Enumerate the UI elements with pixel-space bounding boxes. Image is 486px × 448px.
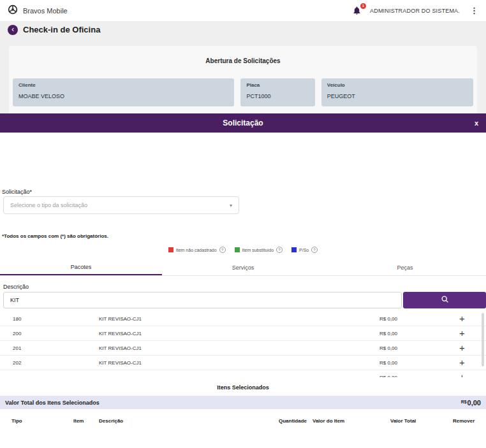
add-item-button[interactable]: +	[459, 371, 465, 377]
col-valor-total: Valor Total	[390, 418, 416, 424]
add-item-button[interactable]: +	[459, 342, 465, 354]
request-opening-card: Abertura de Solicitações Cliente MOABE V…	[9, 46, 477, 113]
green-swatch-icon	[235, 247, 240, 252]
result-value: R$ 0,00	[379, 345, 397, 351]
legend-label: Item substituído	[242, 248, 274, 252]
search-icon	[441, 295, 449, 305]
legend-item-substituido: Item substituído ?	[235, 247, 283, 253]
plus-icon: +	[459, 357, 465, 368]
col-item: Item	[73, 418, 84, 424]
col-remover: Remover	[453, 418, 475, 424]
total-value: R$ 0,00	[461, 399, 481, 407]
page-background: Check-in de Oficina Abertura de Solicita…	[0, 21, 486, 113]
result-code: 200	[13, 331, 21, 336]
search-input[interactable]	[3, 292, 402, 308]
selected-items-title: Itens Selecionados	[0, 384, 486, 391]
required-fields-note: *Todos os campos com (*) são obrigatório…	[2, 233, 108, 239]
request-type-label: Solicitação*	[2, 189, 32, 195]
app-title: Bravos Mobile	[23, 7, 68, 15]
plus-icon: +	[459, 372, 465, 377]
total-amount: 0,00	[468, 399, 481, 407]
solicitacao-modal: Solicitação x Solicitação* Selecione o t…	[0, 113, 486, 448]
cliente-label: Cliente	[18, 82, 228, 88]
veiculo-value: PEUGEOT	[327, 93, 468, 99]
tab-servicos[interactable]: Serviços	[162, 259, 324, 275]
help-icon[interactable]: ?	[311, 247, 318, 253]
blue-swatch-icon	[291, 247, 297, 252]
cliente-value: MOABE VELOSO	[18, 93, 228, 99]
help-icon[interactable]: ?	[219, 247, 226, 253]
search-label: Descrição	[3, 284, 29, 290]
chevron-down-icon: ▾	[230, 203, 232, 208]
result-row: 180 KIT REVISAO-CJ1 R$ 0,00 +	[0, 312, 486, 326]
back-button[interactable]	[8, 25, 18, 35]
legend: Item não cadastrado ? Item substituído ?…	[0, 247, 486, 253]
modal-title: Solicitação	[223, 119, 263, 127]
placa-field: Placa PCT1000	[240, 78, 314, 106]
section-title: Abertura de Solicitações	[13, 57, 473, 64]
add-item-button[interactable]: +	[459, 356, 465, 369]
veiculo-field: Veículo PEUGEOT	[321, 78, 473, 106]
top-app-bar: Bravos Mobile 1 ADMINISTRADOR DO SISTEMA…	[0, 0, 486, 21]
result-row: 201 KIT REVISAO-CJ1 R$ 0,00 +	[0, 341, 486, 356]
legend-label: Item não cadastrado	[176, 248, 217, 252]
veiculo-label: Veículo	[327, 82, 468, 88]
request-type-select[interactable]: Selecione o tipo da solicitação ▾	[3, 196, 239, 214]
legend-item-pso: P/So ?	[291, 247, 318, 253]
result-row: 202 KIT REVISAO-CJ1 R$ 0,00 +	[0, 356, 486, 370]
modal-header: Solicitação x	[0, 113, 486, 133]
red-swatch-icon	[168, 247, 173, 252]
col-quantidade: Quantidade	[279, 418, 307, 424]
result-description: KIT REVISAO-CJ1	[99, 316, 142, 322]
search-button[interactable]	[403, 292, 486, 308]
col-valor-do-item: Valor do Item	[313, 418, 344, 424]
tab-pacotes[interactable]: Pacotes	[0, 259, 162, 275]
tab-pecas[interactable]: Peças	[324, 259, 486, 275]
result-code: 201	[13, 345, 21, 351]
legend-label: P/So	[299, 248, 309, 252]
add-item-button[interactable]: +	[459, 312, 465, 325]
placa-value: PCT1000	[246, 93, 309, 99]
plus-icon: +	[459, 328, 465, 338]
notification-badge: 1	[360, 3, 366, 9]
app-logo-icon	[8, 4, 18, 17]
result-row: 200 KIT REVISAO-CJ1 R$ 0,00 +	[0, 326, 486, 341]
request-type-placeholder: Selecione o tipo da solicitação	[10, 202, 230, 208]
result-code: 180	[13, 316, 21, 322]
result-value: R$ 0,00	[379, 375, 397, 377]
col-tipo: Tipo	[11, 418, 22, 424]
result-code: 202	[13, 360, 21, 366]
placa-label: Placa	[246, 82, 309, 88]
result-row-partial: R$ 0,00 +	[0, 370, 486, 377]
page-header: Check-in de Oficina	[0, 21, 486, 38]
result-description: KIT REVISAO-CJ1	[99, 331, 142, 336]
col-descricao: Descrição	[99, 418, 123, 424]
cliente-field: Cliente MOABE VELOSO	[13, 78, 234, 106]
kebab-menu-icon[interactable]: ⋮	[470, 6, 478, 15]
help-icon[interactable]: ?	[276, 247, 283, 253]
modal-body: Solicitação* Selecione o tipo da solicit…	[0, 133, 486, 448]
result-description: KIT REVISAO-CJ1	[99, 345, 142, 351]
vehicle-fields: Cliente MOABE VELOSO Placa PCT1000 Veícu…	[13, 78, 473, 106]
total-bar: Valor Total dos Itens Selecionados R$ 0,…	[0, 396, 486, 409]
notifications-bell-icon[interactable]: 1	[352, 6, 362, 16]
total-label: Valor Total dos Itens Selecionados	[5, 400, 99, 406]
add-item-button[interactable]: +	[459, 327, 465, 340]
plus-icon: +	[459, 342, 465, 353]
plus-icon: +	[459, 313, 465, 324]
page-title: Check-in de Oficina	[23, 25, 100, 34]
screen: Bravos Mobile 1 ADMINISTRADOR DO SISTEMA…	[0, 0, 486, 448]
total-currency: R$	[461, 400, 467, 404]
result-value: R$ 0,00	[379, 331, 397, 336]
search-results-list: 180 KIT REVISAO-CJ1 R$ 0,00 + 200 KIT RE…	[0, 312, 486, 377]
results-scrollbar[interactable]	[482, 313, 484, 366]
close-icon[interactable]: x	[475, 119, 478, 127]
result-description: KIT REVISAO-CJ1	[99, 360, 142, 366]
selected-items-table-header: Tipo Item Descrição Quantidade Valor do …	[0, 418, 486, 428]
legend-item-nao-cadastrado: Item não cadastrado ?	[168, 247, 226, 253]
result-value: R$ 0,00	[379, 360, 397, 366]
topbar-right: 1 ADMINISTRADOR DO SISTEMA. ⋮	[352, 6, 478, 16]
item-type-tabs: Pacotes Serviços Peças	[0, 259, 486, 276]
result-value: R$ 0,00	[379, 316, 397, 322]
user-name[interactable]: ADMINISTRADOR DO SISTEMA.	[370, 8, 460, 14]
